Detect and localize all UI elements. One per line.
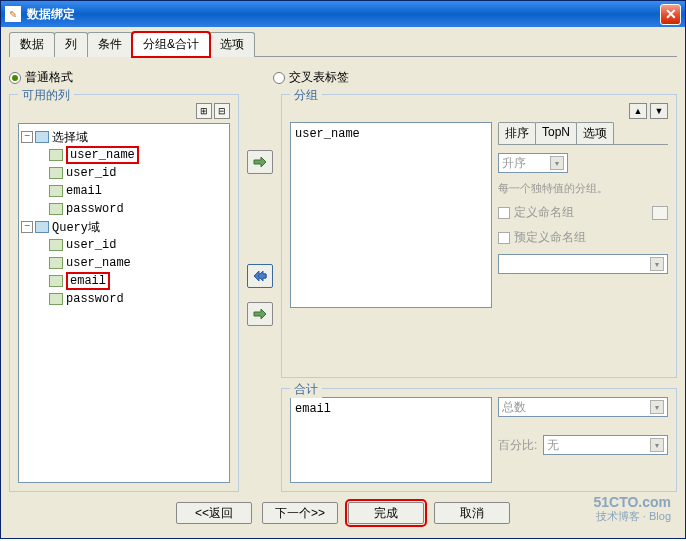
tree-leaf[interactable]: email xyxy=(21,272,227,290)
subtab-sort[interactable]: 排序 xyxy=(498,122,536,144)
subtab-options[interactable]: 选项 xyxy=(576,122,614,144)
available-columns-fieldset: 可用的列 ⊞ ⊟ − 选择域 user_name xyxy=(9,94,239,492)
sort-order-select[interactable]: 升序 ▾ xyxy=(498,153,568,173)
field-icon xyxy=(49,239,63,251)
tree-label: user_name xyxy=(66,146,139,164)
group-legend: 分组 xyxy=(290,87,322,104)
chevron-down-icon: ▾ xyxy=(550,156,564,170)
format-row: 普通格式 交叉表标签 xyxy=(9,65,677,94)
collapse-all-icon[interactable]: ⊟ xyxy=(214,103,230,119)
add-to-group-button[interactable] xyxy=(247,150,273,174)
named-group-select[interactable]: ▾ xyxy=(498,254,668,274)
collapse-icon[interactable]: − xyxy=(21,221,33,233)
tree-folder[interactable]: − 选择域 xyxy=(21,128,227,146)
tree-label: password xyxy=(66,292,124,306)
radio-label: 交叉表标签 xyxy=(289,69,349,86)
tree-label: user_id xyxy=(66,238,116,252)
group-options: 排序 TopN 选项 升序 ▾ 每一个独特值的分组。 xyxy=(498,122,668,308)
total-fieldset: 合计 email 总数 ▾ xyxy=(281,388,677,492)
tree-label: user_name xyxy=(66,256,131,270)
field-icon xyxy=(49,185,63,197)
checkbox-label: 预定义命名组 xyxy=(514,229,586,246)
next-button[interactable]: 下一个>> xyxy=(262,502,338,524)
select-value: 升序 xyxy=(502,155,526,172)
tree-leaf[interactable]: password xyxy=(21,290,227,308)
field-icon xyxy=(49,293,63,305)
dialog-window: ✎ 数据绑定 ✕ 数据 列 条件 分组&合计 选项 普通格式 交叉表标签 可用的… xyxy=(0,0,686,539)
subtab-topn[interactable]: TopN xyxy=(535,122,577,144)
collapse-icon[interactable]: − xyxy=(21,131,33,143)
tree-label: user_id xyxy=(66,166,116,180)
field-icon xyxy=(49,257,63,269)
total-options: 总数 ▾ 百分比: 无 ▾ xyxy=(498,397,668,483)
expand-all-icon[interactable]: ⊞ xyxy=(196,103,212,119)
move-down-button[interactable]: ▼ xyxy=(650,103,668,119)
tree-folder[interactable]: − Query域 xyxy=(21,218,227,236)
main-tabs: 数据 列 条件 分组&合计 选项 xyxy=(9,31,677,57)
group-subtabs: 排序 TopN 选项 xyxy=(498,122,668,145)
percent-select[interactable]: 无 ▾ xyxy=(543,435,668,455)
aggregate-select[interactable]: 总数 ▾ xyxy=(498,397,668,417)
tree-leaf[interactable]: user_name xyxy=(21,254,227,272)
tree-leaf[interactable]: user_id xyxy=(21,236,227,254)
transfer-buttons xyxy=(247,94,273,492)
radio-dot-icon xyxy=(9,72,21,84)
tree-label: email xyxy=(66,184,102,198)
group-list[interactable]: user_name xyxy=(290,122,492,308)
list-item[interactable]: user_name xyxy=(295,127,487,141)
remove-all-button[interactable] xyxy=(247,264,273,288)
tree-label: email xyxy=(66,272,110,290)
total-legend: 合计 xyxy=(290,381,322,398)
watermark-line2: 技术博客 · Blog xyxy=(593,510,671,522)
radio-dot-icon xyxy=(273,72,285,84)
tab-options[interactable]: 选项 xyxy=(209,32,255,57)
app-icon: ✎ xyxy=(5,6,21,22)
dialog-content: 数据 列 条件 分组&合计 选项 普通格式 交叉表标签 可用的列 ⊞ ⊟ xyxy=(1,27,685,538)
move-up-button[interactable]: ▲ xyxy=(629,103,647,119)
checkbox-icon xyxy=(498,232,510,244)
column-tree[interactable]: − 选择域 user_name user_id xyxy=(18,123,230,483)
window-title: 数据绑定 xyxy=(27,6,660,23)
tab-group-total[interactable]: 分组&合计 xyxy=(132,32,210,57)
titlebar: ✎ 数据绑定 ✕ xyxy=(1,1,685,27)
tree-leaf[interactable]: email xyxy=(21,182,227,200)
folder-icon xyxy=(35,221,49,233)
folder-icon xyxy=(35,131,49,143)
list-item[interactable]: email xyxy=(295,402,487,416)
close-button[interactable]: ✕ xyxy=(660,4,681,25)
tab-columns[interactable]: 列 xyxy=(54,32,88,57)
tree-leaf[interactable]: user_id xyxy=(21,164,227,182)
watermark: 51CTO.com 技术博客 · Blog xyxy=(593,495,671,522)
tab-data[interactable]: 数据 xyxy=(9,32,55,57)
total-list[interactable]: email xyxy=(290,397,492,483)
tab-conditions[interactable]: 条件 xyxy=(87,32,133,57)
select-value: 总数 xyxy=(502,399,526,416)
group-fieldset: 分组 ▲ ▼ user_name 排序 TopN 选项 xyxy=(281,94,677,378)
field-icon xyxy=(49,149,63,161)
percent-label: 百分比: xyxy=(498,437,537,454)
available-columns-legend: 可用的列 xyxy=(18,87,74,104)
edit-icon[interactable] xyxy=(652,206,668,220)
checkbox-label: 定义命名组 xyxy=(514,204,574,221)
field-icon xyxy=(49,203,63,215)
chevron-down-icon: ▾ xyxy=(650,438,664,452)
select-value: 无 xyxy=(547,437,559,454)
right-panel: 分组 ▲ ▼ user_name 排序 TopN 选项 xyxy=(281,94,677,492)
radio-cross-tab[interactable]: 交叉表标签 xyxy=(273,69,349,86)
finish-button[interactable]: 完成 xyxy=(348,502,424,524)
group-hint: 每一个独特值的分组。 xyxy=(498,181,668,196)
checkbox-custom-named-group[interactable]: 定义命名组 xyxy=(498,204,574,221)
cancel-button[interactable]: 取消 xyxy=(434,502,510,524)
tree-leaf[interactable]: user_name xyxy=(21,146,227,164)
add-to-total-button[interactable] xyxy=(247,302,273,326)
radio-normal-format[interactable]: 普通格式 xyxy=(9,69,73,86)
tree-label: password xyxy=(66,202,124,216)
main-row: 可用的列 ⊞ ⊟ − 选择域 user_name xyxy=(9,94,677,492)
field-icon xyxy=(49,167,63,179)
back-button[interactable]: <<返回 xyxy=(176,502,252,524)
radio-label: 普通格式 xyxy=(25,69,73,86)
watermark-line1: 51CTO.com xyxy=(593,495,671,510)
checkbox-predefined-named-group[interactable]: 预定义命名组 xyxy=(498,229,668,246)
tree-leaf[interactable]: password xyxy=(21,200,227,218)
checkbox-icon xyxy=(498,207,510,219)
